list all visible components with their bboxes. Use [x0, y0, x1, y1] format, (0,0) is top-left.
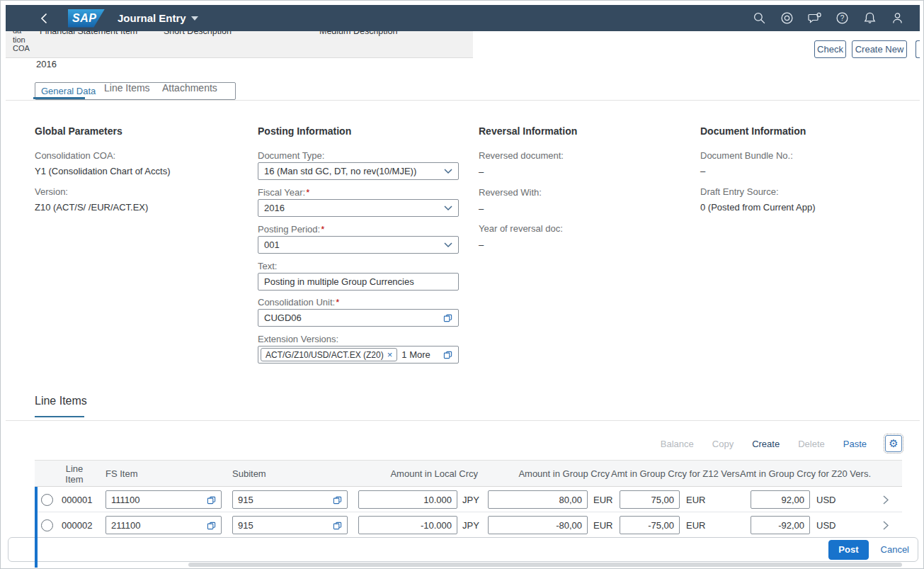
local-amount-field-wrap [358, 490, 457, 509]
chevron-down-icon [444, 240, 452, 250]
table-settings-button[interactable]: ⚙ [885, 435, 902, 452]
remnant-consolidation-coa-header: da tion COA [13, 31, 30, 53]
value-help-icon[interactable] [207, 495, 216, 505]
document-type-select[interactable]: 16 (Man std GC, DT, no rev(10/MJE)) [258, 162, 459, 180]
cancel-button[interactable]: Cancel [881, 544, 909, 555]
table-row[interactable]: 000002 JPY EUR EUR USD [35, 512, 902, 538]
section-divider [6, 420, 920, 421]
consolidation-unit-field-wrap [258, 309, 459, 327]
feedback-icon[interactable] [808, 11, 821, 25]
paste-button[interactable]: Paste [843, 439, 867, 449]
row-select-radio[interactable] [41, 494, 53, 506]
local-amount-field[interactable] [364, 495, 452, 505]
app-title-menu[interactable]: Journal Entry [118, 12, 198, 24]
z12-currency: EUR [686, 520, 705, 531]
fiscal-year-value: 2016 [264, 203, 285, 213]
value-help-icon[interactable] [207, 521, 216, 530]
value-help-icon[interactable] [333, 521, 342, 530]
delete-button[interactable]: Delete [798, 439, 825, 449]
sap-logo[interactable]: SAP [68, 9, 105, 28]
extension-version-token[interactable]: ACT/G/Z10/USD/ACT.EX (Z20) × [261, 348, 397, 361]
subitem-field[interactable] [238, 520, 333, 531]
group-title-global-parameters: Global Parameters [35, 125, 122, 137]
local-amount-field[interactable] [364, 520, 452, 531]
local-currency: JPY [462, 520, 479, 531]
shell-header: SAP Journal Entry ? [6, 5, 920, 31]
row-nav-chevron-icon[interactable] [883, 495, 889, 507]
back-icon[interactable] [37, 11, 51, 26]
group-amount-field[interactable] [494, 495, 582, 505]
draft-entry-source-label: Draft Entry Source: [700, 186, 779, 197]
z20-amount-field[interactable] [756, 495, 804, 505]
bell-icon[interactable] [863, 11, 877, 25]
z12-currency: EUR [686, 495, 705, 505]
search-icon[interactable] [753, 11, 766, 25]
z20-amount-field-wrap [751, 490, 810, 509]
copy-button[interactable]: Copy [712, 439, 734, 449]
posting-period-label: Posting Period:* [258, 224, 324, 235]
app-window: SAP Journal Entry ? [0, 0, 924, 569]
text-field[interactable] [264, 276, 452, 287]
post-button[interactable]: Post [828, 540, 868, 560]
row-select-radio[interactable] [41, 519, 53, 531]
remnant-col-financial-statement-item: Financial Statement Item [40, 31, 137, 36]
z12-amount-field-wrap [620, 490, 680, 509]
version-label: Version: [35, 186, 68, 197]
create-new-button[interactable]: Create New [852, 40, 907, 58]
col-subitem: Subitem [232, 468, 266, 479]
fs-item-field-wrap [105, 516, 222, 534]
fs-item-field[interactable] [111, 520, 207, 531]
group-amount-field[interactable] [494, 520, 582, 531]
fiscal-year-select[interactable]: 2016 [258, 199, 459, 217]
value-help-icon[interactable] [443, 313, 452, 322]
posting-period-select[interactable]: 001 [258, 236, 459, 254]
z12-amount-field[interactable] [625, 520, 674, 531]
tab-attachments[interactable]: Attachments [162, 82, 217, 94]
person-icon[interactable] [891, 11, 904, 25]
document-bundle-value: – [700, 166, 705, 176]
line-item-number: 000002 [62, 520, 92, 531]
extension-versions-field[interactable]: ACT/G/Z10/USD/ACT.EX (Z20) × 1 More [258, 346, 459, 364]
row-nav-chevron-icon[interactable] [883, 520, 889, 533]
balance-button[interactable]: Balance [661, 439, 694, 449]
draft-entry-source-value: 0 (Posted from Current App) [700, 202, 816, 213]
group-amount-field-wrap [488, 516, 588, 534]
tokens-more-indicator[interactable]: 1 More [401, 349, 430, 360]
value-help-icon[interactable] [333, 495, 342, 505]
col-amount-group: Amount in Group Crcy [488, 468, 610, 479]
svg-text:?: ? [840, 14, 845, 22]
z20-amount-field-wrap [751, 516, 810, 534]
help-icon[interactable]: ? [835, 11, 849, 25]
line-items-section-title: Line Items [35, 395, 87, 407]
remnant-col-short-description: Short Description [164, 31, 232, 36]
col-amount-z12: Amt in Group Crcy for Z12 Vers. [594, 468, 742, 479]
consolidation-unit-field[interactable] [264, 312, 443, 323]
local-amount-field-wrap [358, 516, 457, 534]
text-label: Text: [258, 261, 277, 271]
horizontal-scrollbar[interactable] [188, 563, 902, 567]
value-help-icon[interactable] [443, 350, 452, 359]
col-fs-item: FS Item [105, 468, 138, 479]
group-amount-field-wrap [488, 490, 588, 509]
table-row[interactable]: 000001 JPY EUR EUR USD [35, 487, 902, 512]
consolidation-unit-label: Consolidation Unit:* [258, 297, 339, 308]
reversed-document-value: – [479, 167, 484, 177]
text-field-wrap [258, 273, 459, 291]
year-of-reversal-value: – [479, 240, 484, 250]
subitem-field[interactable] [238, 495, 333, 505]
year-of-reversal-label: Year of reversal doc: [479, 223, 563, 234]
tab-line-items[interactable]: Line Items [104, 82, 150, 94]
create-button[interactable]: Create [752, 439, 780, 449]
check-button[interactable]: Check [814, 40, 846, 58]
group-currency: EUR [593, 520, 612, 531]
token-remove-icon[interactable]: × [387, 349, 393, 360]
consolidation-coa-label: Consolidation COA: [35, 150, 115, 161]
z20-amount-field[interactable] [756, 520, 804, 531]
fs-item-field[interactable] [111, 495, 207, 505]
title-dropdown-icon [191, 16, 198, 21]
z12-amount-field[interactable] [625, 495, 674, 505]
popup-table-remnant: da tion COA Financial Statement Item Sho… [6, 31, 473, 58]
group-title-posting-information: Posting Information [258, 125, 351, 137]
line-items-underline [35, 416, 84, 417]
copilot-icon[interactable] [780, 11, 794, 25]
